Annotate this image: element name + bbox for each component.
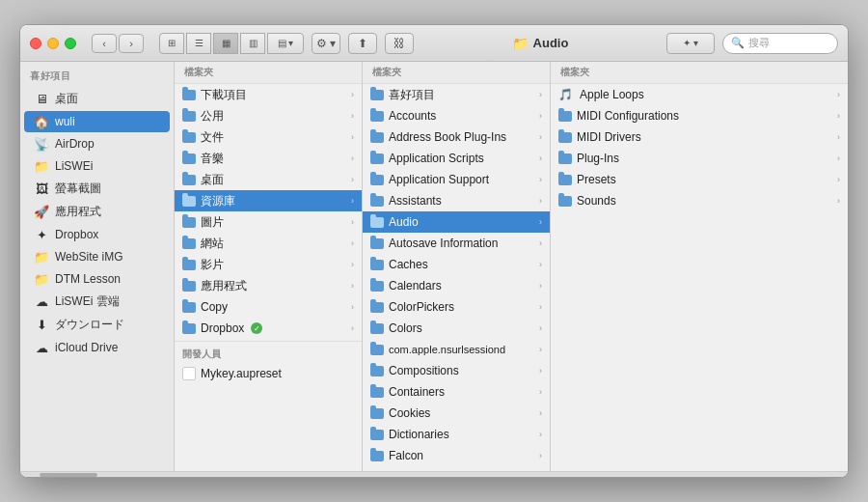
list-item[interactable]: 喜好項目 ›	[363, 84, 550, 105]
sidebar-item-liswi[interactable]: 📁 LiSWEi	[24, 155, 170, 177]
folder-icon	[370, 302, 384, 313]
extra-view-button[interactable]: ▤ ▾	[267, 33, 304, 54]
content-area: 喜好項目 🖥 桌面 🏠 wuli 📡 AirDrop 📁 LiSWEi 🖼 螢幕…	[20, 62, 848, 471]
share-button[interactable]: ⬆	[348, 33, 377, 54]
sidebar-item-apps[interactable]: 🚀 應用程式	[24, 201, 170, 223]
sidebar-item-icloud[interactable]: ☁ iCloud Drive	[24, 337, 170, 358]
scrollbar-thumb[interactable]	[40, 473, 97, 477]
sidebar-item-dtm[interactable]: 📁 DTM Lesson	[24, 268, 170, 290]
item-label: Dictionaries	[389, 428, 449, 441]
list-item[interactable]: Address Book Plug-Ins ›	[363, 126, 550, 148]
chevron-right-icon: ›	[539, 323, 542, 333]
maximize-button[interactable]	[65, 38, 76, 49]
item-label: 圖片	[201, 214, 224, 231]
col3-header: 檔案夾	[551, 62, 848, 84]
folder-icon	[370, 217, 384, 228]
download-icon: ⬇	[34, 318, 49, 333]
list-item[interactable]: 公用 ›	[175, 105, 362, 126]
list-item[interactable]: Caches ›	[363, 254, 550, 275]
list-item[interactable]: 下載項目 ›	[175, 84, 362, 105]
list-item-appscripts[interactable]: Application Scripts ›	[363, 148, 550, 169]
list-item[interactable]: com.apple.nsurlsessiond ›	[363, 339, 550, 360]
list-item[interactable]: Falcon ›	[363, 445, 550, 466]
list-item[interactable]: 桌面 ›	[175, 169, 362, 190]
list-item[interactable]: 圖片 ›	[175, 211, 362, 233]
icon-view-button[interactable]: ⊞	[159, 33, 184, 54]
item-label: 下載項目	[201, 87, 247, 103]
sidebar-item-airdrop[interactable]: 📡 AirDrop	[24, 133, 170, 154]
list-item-colors[interactable]: Colors ›	[363, 318, 550, 339]
list-item[interactable]: Containers ›	[363, 381, 550, 403]
home-icon: 🏠	[34, 114, 49, 129]
item-label: Colors	[389, 321, 422, 335]
item-label: 網站	[201, 236, 224, 252]
forward-button[interactable]: ›	[119, 34, 144, 53]
list-item[interactable]: Compositions ›	[363, 360, 550, 381]
sidebar-item-dropbox[interactable]: ✦ Dropbox	[24, 224, 170, 245]
list-item-midi-config[interactable]: MIDI Configurations ›	[551, 105, 848, 126]
list-view-button[interactable]: ☰	[186, 33, 211, 54]
sidebar-item-website[interactable]: 📁 WebSite iMG	[24, 246, 170, 267]
list-item[interactable]: 音樂 ›	[175, 148, 362, 169]
item-label: Application Support	[389, 173, 489, 186]
dropbox-badge: ✓	[251, 322, 262, 334]
folder-icon	[182, 323, 196, 334]
col2-header: 檔案夾	[363, 62, 550, 84]
list-item[interactable]: 文件 ›	[175, 126, 362, 148]
list-item-resources[interactable]: 資源庫 ›	[175, 190, 362, 211]
search-box[interactable]: 🔍 搜尋	[722, 33, 838, 54]
list-item[interactable]: 應用程式 ›	[175, 275, 362, 296]
item-label: MIDI Configurations	[577, 109, 679, 123]
list-item-copy[interactable]: Copy ›	[175, 296, 362, 318]
finder-window: ‹ › ⊞ ☰ ▦ ▥ ▤ ▾ ⚙ ▾ ⬆ ⛓ 📁 Audio ✦ ▾ 🔍 搜尋…	[19, 24, 849, 478]
list-item-plugins[interactable]: Plug-Ins ›	[551, 148, 848, 169]
sidebar-item-wuli[interactable]: 🏠 wuli	[24, 111, 170, 132]
column-3: 檔案夾 🎵 Apple Loops › MIDI Configurations …	[551, 62, 848, 471]
nav-buttons: ‹ ›	[92, 34, 144, 53]
item-label: MIDI Drivers	[577, 130, 641, 144]
gear-button[interactable]: ⚙ ▾	[312, 33, 340, 54]
list-item[interactable]: Calendars ›	[363, 275, 550, 296]
list-item[interactable]: Cookies ›	[363, 403, 550, 424]
sidebar-item-cloud[interactable]: ☁ LiSWEi 雲端	[24, 291, 170, 313]
sidebar-item-label: 螢幕截圖	[55, 181, 101, 197]
back-button[interactable]: ‹	[92, 34, 117, 53]
chevron-right-icon: ›	[837, 132, 840, 142]
list-item-sounds[interactable]: Sounds ›	[551, 190, 848, 211]
list-item-audio[interactable]: Audio ›	[363, 211, 550, 233]
chevron-right-icon: ›	[539, 281, 542, 291]
list-item[interactable]: Assistants ›	[363, 190, 550, 211]
item-label: Dropbox	[201, 321, 244, 335]
column-view-button[interactable]: ▦	[213, 33, 238, 54]
list-item[interactable]: ColorPickers ›	[363, 296, 550, 318]
list-item-appsupport[interactable]: Application Support ›	[363, 169, 550, 190]
sidebar-item-screenshot[interactable]: 🖼 螢幕截圖	[24, 178, 170, 200]
list-item-dictionaries[interactable]: Dictionaries ›	[363, 424, 550, 445]
sidebar-item-desktop[interactable]: 🖥 桌面	[24, 88, 170, 110]
list-item-dropbox[interactable]: Dropbox ✓ ›	[175, 318, 362, 339]
link-button[interactable]: ⛓	[385, 33, 414, 54]
file-item[interactable]: Mykey.aupreset	[175, 363, 362, 384]
close-button[interactable]	[30, 38, 41, 49]
folder-icon	[370, 323, 384, 334]
list-item[interactable]: 網站 ›	[175, 233, 362, 254]
item-label: Address Book Plug-Ins	[389, 130, 506, 144]
file-icon	[182, 367, 196, 380]
item-label: Application Scripts	[389, 152, 484, 165]
list-item-appleloops[interactable]: 🎵 Apple Loops ›	[551, 84, 848, 105]
coverflow-view-button[interactable]: ▥	[240, 33, 265, 54]
sidebar-item-downloads[interactable]: ⬇ ダウンロード	[24, 314, 170, 336]
list-item-presets[interactable]: Presets ›	[551, 169, 848, 190]
item-label: 音樂	[201, 151, 224, 167]
sidebar-item-label: 應用程式	[55, 204, 101, 220]
scrollbar-area[interactable]	[20, 471, 848, 477]
list-item-accounts[interactable]: Accounts ›	[363, 105, 550, 126]
list-item-midi-drivers[interactable]: MIDI Drivers ›	[551, 126, 848, 148]
dropbox-button[interactable]: ✦ ▾	[666, 33, 715, 54]
folder-icon	[370, 430, 384, 440]
list-item[interactable]: 影片 ›	[175, 254, 362, 275]
folder-icon	[558, 132, 572, 143]
list-item[interactable]: Autosave Information ›	[363, 233, 550, 254]
minimize-button[interactable]	[47, 38, 59, 49]
col1-header: 檔案夾	[175, 62, 362, 84]
